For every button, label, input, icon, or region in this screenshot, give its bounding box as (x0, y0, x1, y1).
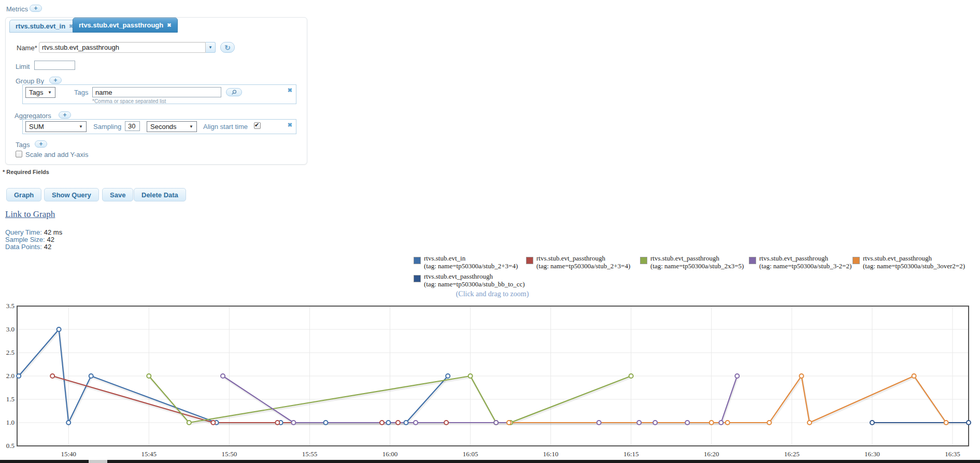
metric-name-input[interactable] (39, 42, 206, 53)
timeseries-chart[interactable]: 15:4015:4515:5015:5516:0016:0516:1016:15… (0, 302, 980, 460)
show-query-button[interactable]: Show Query (44, 188, 99, 201)
query-time-label: Query Time: (5, 228, 42, 236)
series-marker-3 (735, 374, 739, 378)
tab-evt-in[interactable]: rtvs.stub.evt_in ✖ (9, 20, 79, 33)
series-marker-4 (912, 374, 916, 378)
link-to-graph[interactable]: Link to Graph (5, 209, 55, 220)
series-marker-3 (637, 421, 641, 425)
series-marker-0 (66, 421, 70, 425)
align-start-time-checkbox[interactable] (254, 122, 261, 129)
legend-swatch (640, 257, 647, 264)
name-label: Name* (17, 44, 37, 52)
chevron-down-icon: ▼ (79, 124, 83, 129)
legend-series-name: rtvs.stub.evt_passthrough (536, 254, 605, 262)
legend-item: rtvs.stub.evt_passthrough (tag: name=tp5… (640, 254, 744, 270)
series-marker-3 (221, 374, 225, 378)
series-marker-2 (147, 374, 151, 378)
bottom-scrollbar-notch[interactable] (89, 460, 107, 463)
y-tick-label: 2.5 (6, 349, 15, 356)
data-points-value: 42 (44, 243, 51, 251)
series-marker-4 (807, 421, 812, 425)
remove-group-by-icon[interactable]: ✖ (288, 87, 292, 94)
legend-item: rtvs.stub.evt_passthrough (tag: name=tp5… (853, 254, 965, 270)
x-tick-label: 16:25 (784, 450, 800, 458)
series-marker-5 (967, 421, 971, 425)
add-group-by-button[interactable]: + (49, 77, 62, 84)
legend-series-tag: (tag: name=tp50300a/stub_2+3=4) (536, 262, 630, 270)
group-by-tags-input[interactable] (92, 87, 221, 97)
metric-name-dropdown-icon[interactable]: ▼ (206, 42, 216, 53)
legend-swatch (414, 275, 421, 282)
legend-series-tag: (tag: name=tp50300a/stub_3-2=2) (759, 262, 851, 270)
tab-evt-passthrough[interactable]: rtvs.stub.evt_passthrough ✖ (73, 18, 178, 33)
legend-series-tag: (tag: name=tp50300a/stub_3over2=2) (863, 262, 965, 270)
x-tick-label: 15:45 (141, 450, 157, 458)
series-marker-1 (211, 421, 215, 425)
add-tag-button[interactable]: + (35, 140, 47, 148)
bottom-scrollbar[interactable] (0, 460, 980, 463)
remove-aggregator-icon[interactable]: ✖ (288, 122, 292, 128)
series-marker-0 (89, 374, 93, 378)
legend-series-tag: (tag: name=tp50300a/stub_bb_to_cc) (424, 280, 525, 288)
y-tick-label: 1.5 (6, 395, 15, 403)
series-marker-3 (653, 421, 657, 425)
metrics-label: Metrics (6, 5, 28, 13)
group-by-tags-label: Tags (74, 89, 88, 96)
y-tick-label: 3.0 (6, 325, 15, 333)
scale-y-axis-checkbox[interactable] (16, 151, 22, 157)
group-by-type-select[interactable]: Tags ▼ (25, 87, 55, 98)
tab-evt-in-label: rtvs.stub.evt_in (16, 22, 65, 30)
tags-section-label: Tags (16, 141, 30, 149)
x-tick-label: 15:50 (222, 450, 237, 458)
series-marker-2 (468, 374, 473, 378)
delete-data-button[interactable]: Delete Data (134, 188, 186, 201)
add-aggregator-button[interactable]: + (59, 111, 71, 119)
series-marker-0 (57, 327, 61, 331)
x-tick-label: 16:15 (623, 450, 639, 458)
chart-zoom-hint: (Click and drag to zoom) (425, 290, 560, 298)
y-tick-label: 3.5 (6, 302, 15, 310)
legend-series-tag: (tag: name=tp50300a/stub_2x3=5) (650, 262, 744, 270)
x-tick-label: 16:35 (945, 450, 960, 458)
series-marker-3 (685, 421, 689, 425)
legend-item: rtvs.stub.evt_passthrough (tag: name=tp5… (526, 254, 630, 270)
legend-item: rtvs.stub.evt_in (tag: name=tp50300a/stu… (414, 254, 518, 270)
y-tick-label: 1.0 (6, 418, 15, 426)
legend-series-name: rtvs.stub.evt_passthrough (650, 254, 719, 262)
x-tick-label: 16:30 (864, 450, 880, 458)
sample-size-label: Sample Size: (5, 236, 45, 243)
aggregator-row: SUM ▼ Sampling Seconds ▼ Align start tim… (22, 119, 296, 134)
data-points-stat: Data Points:42 (5, 243, 51, 251)
aggregator-select[interactable]: SUM ▼ (25, 121, 87, 132)
sampling-unit-select[interactable]: Seconds ▼ (147, 121, 197, 132)
legend-swatch (853, 257, 860, 264)
x-tick-label: 15:55 (302, 450, 318, 458)
sampling-unit-value: Seconds (150, 123, 177, 131)
tags-hint: *Comma or space separated list (92, 98, 166, 104)
x-tick-label: 16:00 (382, 450, 398, 458)
add-metric-button[interactable]: + (30, 5, 42, 12)
series-marker-1 (396, 421, 400, 425)
x-tick-label: 16:05 (463, 450, 478, 458)
sampling-label: Sampling (93, 123, 121, 131)
series-marker-4 (507, 421, 511, 425)
legend-item: rtvs.stub.evt_passthrough (tag: name=tp5… (749, 254, 851, 270)
series-marker-5 (870, 421, 874, 425)
refresh-icon[interactable]: ↻ (220, 42, 235, 53)
save-button[interactable]: Save (102, 188, 133, 201)
graph-button[interactable]: Graph (6, 188, 41, 201)
sampling-value-input[interactable] (125, 121, 140, 131)
x-tick-label: 15:40 (61, 450, 76, 458)
limit-label: Limit (16, 63, 30, 70)
tab-close-icon[interactable]: ✖ (167, 23, 171, 28)
series-marker-3 (597, 421, 601, 425)
legend-series-tag: (tag: name=tp50300a/stub_2+3=4) (424, 262, 518, 270)
series-marker-0 (446, 374, 450, 378)
legend-item: rtvs.stub.evt_passthrough (tag: name=tp5… (414, 272, 525, 288)
aggregators-label: Aggregators (15, 112, 51, 120)
tag-search-button[interactable] (226, 88, 242, 96)
x-tick-label: 16:10 (543, 450, 559, 458)
group-by-row: Tags ▼ Tags *Comma or space separated li… (22, 84, 296, 104)
limit-input[interactable] (34, 61, 75, 70)
chevron-down-icon: ▼ (48, 90, 52, 95)
